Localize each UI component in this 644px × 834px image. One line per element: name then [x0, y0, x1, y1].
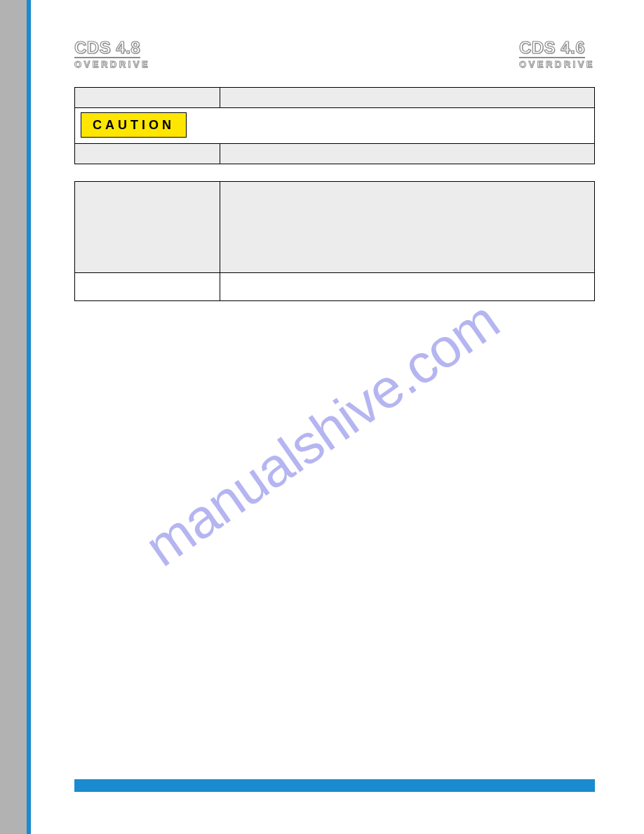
logo-row: CDS 4.8 OVERDRIVE CDS 4.6 OVERDRIVE [74, 39, 595, 69]
spec-table-2 [74, 181, 595, 301]
logo-left: CDS 4.8 OVERDRIVE [74, 39, 150, 69]
page-content: CDS 4.8 OVERDRIVE CDS 4.6 OVERDRIVE CAUT… [31, 0, 644, 834]
t2-r2-label [75, 272, 220, 300]
t1-r1-label [75, 87, 220, 107]
t2-r1-value [220, 181, 595, 272]
t1-r3-value [220, 143, 595, 164]
footer-bar [74, 779, 595, 792]
logo-right: CDS 4.6 OVERDRIVE [519, 39, 595, 69]
logo-right-top: CDS 4.6 [519, 39, 585, 58]
logo-left-bottom: OVERDRIVE [74, 60, 150, 69]
sidebar-gray [0, 0, 27, 834]
caution-badge: CAUTION [81, 112, 187, 138]
logo-left-top: CDS 4.8 [74, 39, 140, 58]
t2-r1-label [75, 181, 220, 272]
spec-table-1: CAUTION [74, 87, 595, 164]
t1-r1-value [220, 87, 595, 107]
t1-r3-label [75, 143, 220, 164]
t1-caution-cell: CAUTION [75, 107, 595, 143]
logo-right-bottom: OVERDRIVE [519, 60, 595, 69]
t2-r2-value [220, 272, 595, 300]
